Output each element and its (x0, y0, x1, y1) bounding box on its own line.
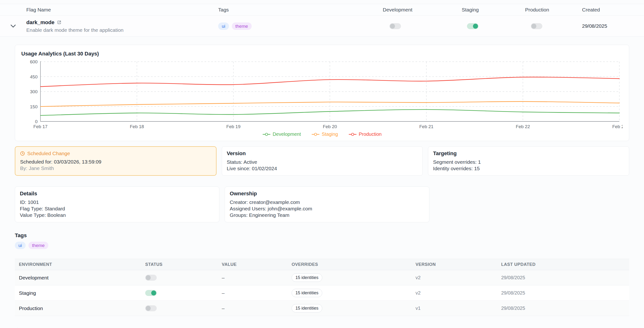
details-flag-type: Flag Type: Standard (20, 205, 214, 212)
env-version: v1 (416, 306, 501, 311)
legend-marker-icon (312, 132, 320, 136)
env-name: Staging (19, 290, 145, 296)
development-status-toggle[interactable] (145, 275, 157, 281)
chart-legend: DevelopmentStagingProduction (21, 131, 623, 137)
flags-list-header: Flag Name Tags Development Staging Produ… (0, 4, 644, 16)
flag-detail-panel: Usage Analytics (Last 30 Days) 015030045… (15, 45, 629, 328)
svg-text:300: 300 (30, 89, 38, 94)
tag-chip-theme: theme (232, 22, 252, 30)
details-value-type: Value Type: Boolean (20, 212, 214, 218)
svg-text:Feb 20: Feb 20 (323, 124, 337, 129)
ownership-creator: Creator: creator@example.com (230, 199, 424, 205)
legend-label: Production (359, 131, 382, 137)
env-row-development: Development–15 identitiesv229/08/2025 (15, 270, 629, 286)
clock-icon (20, 151, 25, 156)
env-col-status: STATUS (145, 262, 222, 267)
environment-table-header: ENVIRONMENT STATUS VALUE OVERRIDES VERSI… (15, 259, 629, 270)
targeting-card: Targeting Segment overrides: 1 Identity … (428, 146, 629, 176)
staging-toggle[interactable] (467, 23, 478, 29)
tag-chip-theme: theme (28, 242, 48, 249)
env-name: Production (19, 306, 145, 311)
col-header-production: Production (525, 7, 580, 13)
env-last-updated: 29/08/2025 (501, 275, 629, 281)
overrides-badge: 15 identities (292, 289, 322, 297)
col-header-tags: Tags (218, 7, 383, 13)
show-additional-details-label: Show additional details (23, 327, 74, 328)
svg-text:450: 450 (30, 74, 38, 79)
env-col-environment: ENVIRONMENT (19, 262, 145, 267)
flag-name: dark_mode (26, 19, 54, 25)
chart-axis-labels: 0150300450600Feb 17Feb 18Feb 19Feb 20Feb… (30, 59, 623, 129)
environment-table: ENVIRONMENT STATUS VALUE OVERRIDES VERSI… (15, 259, 629, 316)
env-row-staging: Staging–15 identitiesv229/08/2025 (15, 286, 629, 301)
show-additional-details-link[interactable]: Show additional details (17, 327, 74, 328)
toggle-knob (146, 306, 151, 311)
legend-item-production[interactable]: Production (348, 131, 382, 137)
env-col-value: VALUE (222, 262, 292, 267)
version-card: Version Status: Active Live since: 01/02… (222, 146, 423, 176)
details-card-title: Details (20, 191, 214, 197)
details-card: Details ID: 1001 Flag Type: Standard Val… (15, 186, 219, 222)
scheduled-change-title: Scheduled Change (27, 151, 70, 156)
usage-analytics-card: Usage Analytics (Last 30 Days) 015030045… (15, 45, 629, 141)
col-header-development: Development (383, 7, 462, 13)
flag-tags: uitheme (218, 22, 383, 30)
overrides-badge: 15 identities (292, 304, 322, 313)
chart-grid (40, 62, 619, 121)
env-last-updated: 29/08/2025 (501, 306, 629, 311)
overrides-badge: 15 identities (292, 274, 322, 282)
env-col-overrides: OVERRIDES (292, 262, 416, 267)
env-col-last-updated: LAST UPDATED (501, 262, 629, 267)
flag-description: Enable dark mode theme for the applicati… (26, 27, 218, 33)
details-id: ID: 1001 (20, 199, 214, 205)
legend-label: Development (273, 131, 301, 137)
version-card-title: Version (227, 150, 418, 157)
tags-section: Tags uitheme (15, 232, 629, 249)
env-last-updated: 29/08/2025 (501, 290, 629, 296)
env-version: v2 (416, 275, 501, 281)
staging-status-toggle[interactable] (145, 290, 157, 296)
ownership-groups: Groups: Engineering Team (230, 212, 424, 218)
svg-text:Feb 18: Feb 18 (130, 124, 144, 129)
version-status: Status: Active (227, 159, 418, 165)
flag-row-dark-mode: dark_mode Enable dark mode theme for the… (0, 16, 644, 36)
env-col-version: VERSION (416, 262, 501, 267)
legend-label: Staging (322, 131, 338, 137)
svg-text:Feb 23: Feb 23 (612, 124, 623, 129)
ownership-card: Ownership Creator: creator@example.com A… (225, 186, 429, 222)
toggle-knob (531, 24, 536, 29)
production-toggle[interactable] (531, 23, 542, 29)
flag-created-date: 29/08/2025 (580, 23, 644, 29)
scheduled-change-card: Scheduled Change Scheduled for: 03/03/20… (15, 146, 216, 176)
segment-overrides: Segment overrides: 1 (433, 159, 624, 165)
tag-chip-ui: ui (218, 22, 229, 30)
col-header-flag-name: Flag Name (26, 7, 218, 13)
tags-section-chips: uitheme (15, 242, 629, 249)
scheduled-for-text: Scheduled for: 03/03/2026, 13:59:09 (20, 158, 211, 165)
development-toggle[interactable] (390, 23, 401, 29)
tags-section-title: Tags (15, 232, 629, 239)
svg-text:Feb 22: Feb 22 (516, 124, 530, 129)
toggle-knob (146, 275, 151, 280)
env-value: – (222, 306, 292, 311)
tag-chip-ui: ui (15, 242, 26, 249)
svg-text:150: 150 (30, 104, 38, 109)
identity-overrides: Identity overrides: 15 (433, 165, 624, 172)
svg-text:Feb 21: Feb 21 (419, 124, 434, 129)
version-live-since: Live since: 01/02/2024 (227, 165, 418, 172)
chevron-down-icon (10, 24, 16, 28)
production-status-toggle[interactable] (145, 305, 157, 311)
legend-item-staging[interactable]: Staging (312, 131, 338, 137)
col-header-created: Created (580, 7, 644, 13)
env-version: v2 (416, 290, 501, 296)
env-name: Development (19, 275, 145, 281)
ownership-card-title: Ownership (230, 191, 424, 197)
external-link-icon[interactable] (57, 20, 62, 25)
legend-item-development[interactable]: Development (262, 131, 301, 137)
expand-collapse-button[interactable] (0, 24, 26, 28)
svg-text:600: 600 (30, 59, 38, 64)
targeting-card-title: Targeting (433, 150, 624, 157)
toggle-knob (151, 291, 156, 296)
scheduled-by-text: By: Jane Smith (20, 165, 211, 171)
col-header-staging: Staging (462, 7, 525, 13)
